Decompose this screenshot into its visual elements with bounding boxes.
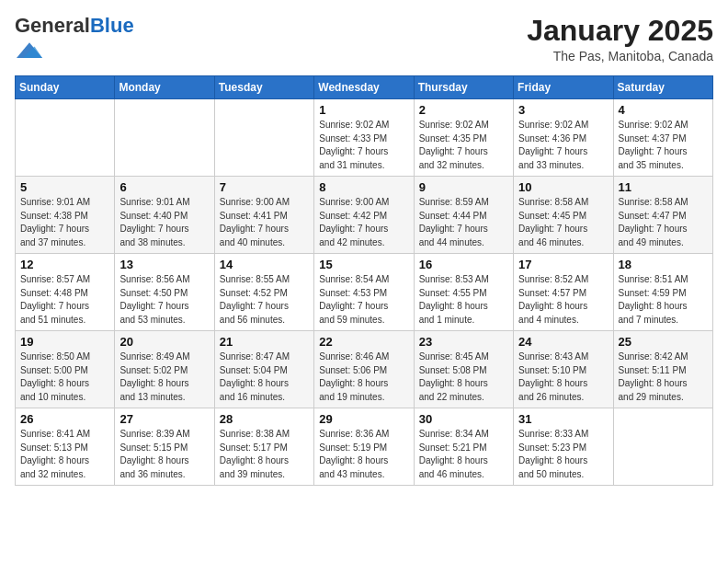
calendar-day: 14Sunrise: 8:55 AM Sunset: 4:52 PM Dayli… [214, 254, 313, 331]
calendar-day: 27Sunrise: 8:39 AM Sunset: 5:15 PM Dayli… [115, 408, 214, 486]
logo: GeneralBlue [15, 15, 134, 66]
day-info: Sunrise: 8:36 AM Sunset: 5:19 PM Dayligh… [319, 428, 408, 481]
weekday-header: Thursday [414, 76, 513, 99]
calendar-day: 18Sunrise: 8:51 AM Sunset: 4:59 PM Dayli… [613, 254, 712, 331]
day-info: Sunrise: 8:47 AM Sunset: 5:04 PM Dayligh… [220, 350, 309, 404]
day-number: 4 [619, 103, 708, 117]
day-number: 30 [419, 412, 508, 426]
weekday-header: Monday [115, 76, 214, 99]
day-info: Sunrise: 8:49 AM Sunset: 5:02 PM Dayligh… [119, 350, 209, 404]
day-info: Sunrise: 8:51 AM Sunset: 4:59 PM Dayligh… [619, 273, 708, 327]
calendar-day: 2Sunrise: 9:02 AM Sunset: 4:35 PM Daylig… [414, 99, 513, 177]
calendar-day: 4Sunrise: 9:02 AM Sunset: 4:37 PM Daylig… [613, 99, 712, 177]
calendar: SundayMondayTuesdayWednesdayThursdayFrid… [15, 75, 713, 486]
day-number: 27 [119, 412, 209, 426]
weekday-header: Wednesday [314, 76, 414, 99]
calendar-day [613, 408, 712, 486]
day-info: Sunrise: 8:56 AM Sunset: 4:50 PM Dayligh… [119, 273, 209, 327]
calendar-week: 19Sunrise: 8:50 AM Sunset: 5:00 PM Dayli… [16, 331, 713, 408]
weekday-header: Saturday [613, 76, 712, 99]
weekday-header: Tuesday [214, 76, 313, 99]
day-number: 10 [518, 180, 608, 194]
day-info: Sunrise: 8:55 AM Sunset: 4:52 PM Dayligh… [220, 273, 309, 327]
day-number: 26 [20, 412, 109, 426]
calendar-day: 26Sunrise: 8:41 AM Sunset: 5:13 PM Dayli… [16, 408, 115, 486]
day-info: Sunrise: 8:50 AM Sunset: 5:00 PM Dayligh… [20, 350, 109, 404]
day-info: Sunrise: 9:02 AM Sunset: 4:36 PM Dayligh… [518, 119, 608, 172]
calendar-day: 22Sunrise: 8:46 AM Sunset: 5:06 PM Dayli… [314, 331, 414, 408]
day-number: 24 [518, 335, 608, 349]
calendar-day [115, 99, 214, 177]
day-info: Sunrise: 9:00 AM Sunset: 4:42 PM Dayligh… [319, 196, 408, 249]
calendar-day: 3Sunrise: 9:02 AM Sunset: 4:36 PM Daylig… [514, 99, 613, 177]
calendar-day: 24Sunrise: 8:43 AM Sunset: 5:10 PM Dayli… [514, 331, 613, 408]
day-info: Sunrise: 8:33 AM Sunset: 5:23 PM Dayligh… [518, 428, 608, 481]
logo-text: GeneralBlue [15, 15, 134, 37]
day-number: 2 [419, 103, 508, 117]
month-title: January 2025 [527, 15, 713, 47]
calendar-body: 1Sunrise: 9:02 AM Sunset: 4:33 PM Daylig… [16, 99, 713, 486]
location: The Pas, Manitoba, Canada [527, 49, 713, 63]
calendar-day: 25Sunrise: 8:42 AM Sunset: 5:11 PM Dayli… [613, 331, 712, 408]
calendar-day: 20Sunrise: 8:49 AM Sunset: 5:02 PM Dayli… [115, 331, 214, 408]
calendar-week: 12Sunrise: 8:57 AM Sunset: 4:48 PM Dayli… [16, 254, 713, 331]
calendar-day: 17Sunrise: 8:52 AM Sunset: 4:57 PM Dayli… [514, 254, 613, 331]
calendar-day: 23Sunrise: 8:45 AM Sunset: 5:08 PM Dayli… [414, 331, 513, 408]
logo-icon [17, 37, 42, 63]
day-info: Sunrise: 8:58 AM Sunset: 4:47 PM Dayligh… [619, 196, 708, 249]
day-number: 17 [518, 258, 608, 271]
day-info: Sunrise: 9:00 AM Sunset: 4:41 PM Dayligh… [220, 196, 309, 249]
day-info: Sunrise: 8:39 AM Sunset: 5:15 PM Dayligh… [119, 428, 209, 481]
day-info: Sunrise: 8:57 AM Sunset: 4:48 PM Dayligh… [20, 273, 109, 327]
calendar-day [16, 99, 115, 177]
day-number: 15 [319, 258, 408, 271]
weekday-header: Sunday [16, 76, 115, 99]
day-info: Sunrise: 9:02 AM Sunset: 4:35 PM Dayligh… [419, 119, 508, 172]
header: GeneralBlue January 2025 The Pas, Manito… [15, 15, 713, 66]
calendar-day: 13Sunrise: 8:56 AM Sunset: 4:50 PM Dayli… [115, 254, 214, 331]
day-number: 28 [220, 412, 309, 426]
day-info: Sunrise: 8:54 AM Sunset: 4:53 PM Dayligh… [319, 273, 408, 327]
day-number: 13 [119, 258, 209, 271]
calendar-day: 10Sunrise: 8:58 AM Sunset: 4:45 PM Dayli… [514, 177, 613, 254]
calendar-day: 8Sunrise: 9:00 AM Sunset: 4:42 PM Daylig… [314, 177, 414, 254]
day-number: 19 [20, 335, 109, 349]
day-info: Sunrise: 8:58 AM Sunset: 4:45 PM Dayligh… [518, 196, 608, 249]
day-number: 29 [319, 412, 408, 426]
calendar-day: 6Sunrise: 9:01 AM Sunset: 4:40 PM Daylig… [115, 177, 214, 254]
day-number: 23 [419, 335, 508, 349]
calendar-header: SundayMondayTuesdayWednesdayThursdayFrid… [16, 76, 713, 99]
day-info: Sunrise: 9:01 AM Sunset: 4:38 PM Dayligh… [20, 196, 109, 249]
day-number: 6 [119, 180, 209, 194]
page: GeneralBlue January 2025 The Pas, Manito… [0, 0, 728, 495]
calendar-week: 26Sunrise: 8:41 AM Sunset: 5:13 PM Dayli… [16, 408, 713, 486]
calendar-day: 5Sunrise: 9:01 AM Sunset: 4:38 PM Daylig… [16, 177, 115, 254]
calendar-day: 9Sunrise: 8:59 AM Sunset: 4:44 PM Daylig… [414, 177, 513, 254]
day-info: Sunrise: 9:01 AM Sunset: 4:40 PM Dayligh… [119, 196, 209, 249]
weekday-row: SundayMondayTuesdayWednesdayThursdayFrid… [16, 76, 713, 99]
day-info: Sunrise: 8:45 AM Sunset: 5:08 PM Dayligh… [419, 350, 508, 404]
day-info: Sunrise: 8:46 AM Sunset: 5:06 PM Dayligh… [319, 350, 408, 404]
calendar-day: 19Sunrise: 8:50 AM Sunset: 5:00 PM Dayli… [16, 331, 115, 408]
day-info: Sunrise: 9:02 AM Sunset: 4:33 PM Dayligh… [319, 119, 408, 172]
day-number: 22 [319, 335, 408, 349]
calendar-day [214, 99, 313, 177]
calendar-day: 1Sunrise: 9:02 AM Sunset: 4:33 PM Daylig… [314, 99, 414, 177]
day-info: Sunrise: 8:34 AM Sunset: 5:21 PM Dayligh… [419, 428, 508, 481]
calendar-day: 21Sunrise: 8:47 AM Sunset: 5:04 PM Dayli… [214, 331, 313, 408]
day-info: Sunrise: 8:42 AM Sunset: 5:11 PM Dayligh… [619, 350, 708, 404]
day-info: Sunrise: 8:52 AM Sunset: 4:57 PM Dayligh… [518, 273, 608, 327]
day-number: 9 [419, 180, 508, 194]
day-number: 31 [518, 412, 608, 426]
day-number: 3 [518, 103, 608, 117]
title-area: January 2025 The Pas, Manitoba, Canada [527, 15, 713, 63]
calendar-week: 1Sunrise: 9:02 AM Sunset: 4:33 PM Daylig… [16, 99, 713, 177]
day-number: 14 [220, 258, 309, 271]
day-number: 18 [619, 258, 708, 271]
day-number: 12 [20, 258, 109, 271]
calendar-day: 16Sunrise: 8:53 AM Sunset: 4:55 PM Dayli… [414, 254, 513, 331]
calendar-day: 28Sunrise: 8:38 AM Sunset: 5:17 PM Dayli… [214, 408, 313, 486]
calendar-day: 30Sunrise: 8:34 AM Sunset: 5:21 PM Dayli… [414, 408, 513, 486]
day-number: 1 [319, 103, 408, 117]
day-number: 8 [319, 180, 408, 194]
